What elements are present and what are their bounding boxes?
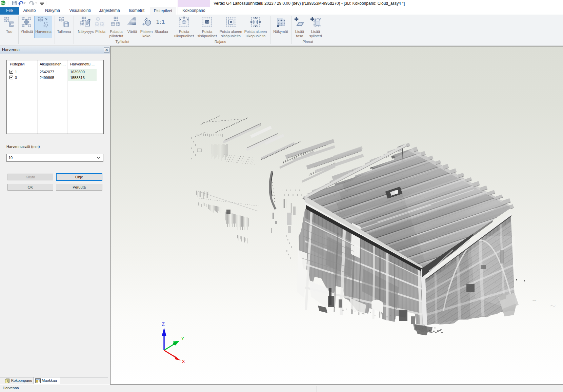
svg-text:c: c [37,380,38,382]
svg-text:Z: Z [162,321,165,327]
svg-text:Plant: Plant [1,2,5,4]
svg-text:1:1: 1:1 [156,19,165,25]
svg-text:X: X [182,358,185,364]
svg-text:·~=·: ·~=· [532,299,536,302]
svg-text:Y: Y [181,335,184,341]
